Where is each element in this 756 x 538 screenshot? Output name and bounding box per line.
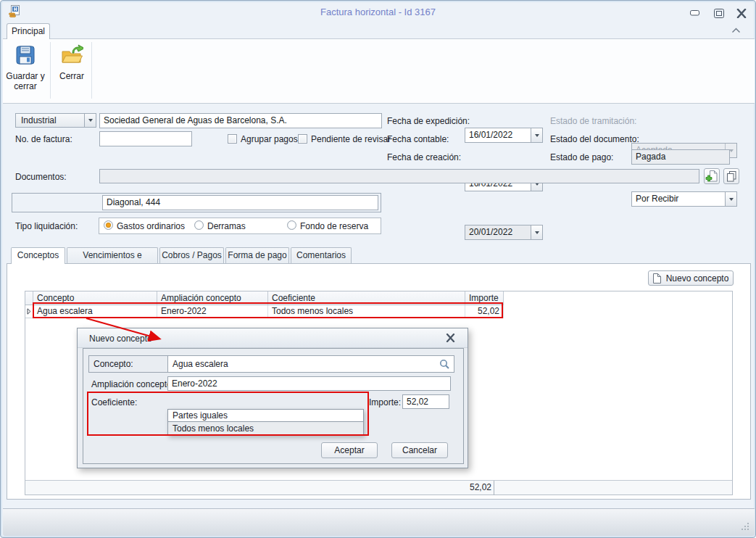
agrupar-pagos-checkbox[interactable]: [228, 134, 237, 144]
ribbon-collapse-chevron-icon[interactable]: [731, 28, 741, 33]
maximize-button[interactable]: [711, 7, 727, 20]
cell-coeficiente[interactable]: Todos menos locales: [268, 305, 465, 318]
summary-importe-total: 52,02: [465, 481, 494, 495]
cell-concepto[interactable]: Agua escalera: [33, 305, 157, 318]
radio-derramas-label: Derramas: [207, 221, 246, 231]
copy-icon: [726, 170, 737, 182]
copy-button[interactable]: [723, 168, 739, 184]
column-header-ampliacion[interactable]: Ampliación concepto: [157, 291, 268, 305]
fecha-creacion-value: 20/01/2022: [469, 227, 512, 237]
tab-conceptos[interactable]: Conceptos: [11, 247, 65, 264]
concepto-lookup[interactable]: Concepto: Agua escalera: [88, 355, 454, 373]
save-and-close-label: Guardar y cerrar: [5, 71, 46, 91]
radio-fondo-reserva[interactable]: [287, 220, 296, 230]
estado-pago-field: Pagada: [631, 149, 730, 165]
tab-vencimientos-importes[interactable]: Vencimientos e importes: [67, 247, 158, 263]
dropdown-button[interactable]: [531, 225, 542, 239]
save-and-close-button[interactable]: Guardar y cerrar: [5, 41, 46, 100]
chevron-down-icon: [88, 119, 93, 122]
concepto-label: Concepto:: [89, 356, 168, 372]
row-indicator-cell: [25, 305, 33, 318]
window-title: Factura horizontal - Id 3167: [1, 7, 755, 17]
radio-gastos-ordinarios[interactable]: [104, 220, 113, 230]
tab-forma-pago[interactable]: Forma de pago: [225, 247, 289, 263]
concepto-value[interactable]: Agua escalera: [173, 356, 228, 372]
cancelar-button[interactable]: Cancelar: [391, 442, 448, 458]
chevron-down-icon: [535, 134, 539, 137]
close-icon: [736, 9, 747, 18]
column-header-concepto[interactable]: Concepto: [33, 291, 157, 305]
estado-pago-label: Estado de pago:: [550, 152, 613, 162]
coeficiente-label: Coeficiente:: [91, 397, 137, 407]
estado-documento-field[interactable]: Por Recibir: [631, 191, 737, 207]
agrupar-pagos-label: Agrupar pagos: [241, 134, 298, 144]
row-indicator-header: [25, 291, 33, 305]
status-bar: [3, 508, 755, 536]
estado-tramitacion-label: Estado de tramitación:: [550, 116, 636, 126]
tipo-proveedor-value: Industrial: [21, 115, 57, 125]
no-factura-label: No. de factura:: [15, 134, 72, 144]
column-header-importe[interactable]: Importe: [465, 291, 504, 305]
save-icon: [14, 44, 37, 67]
maximize-icon: [714, 9, 724, 18]
grid-summary-row: 52,02: [25, 480, 732, 494]
coeficiente-dropdown-list: Partes iguales Todos menos locales: [167, 409, 364, 436]
resize-grip[interactable]: [742, 523, 750, 531]
pendiente-revisar-checkbox[interactable]: [298, 134, 307, 144]
dropdown-button[interactable]: [84, 114, 96, 127]
radio-gastos-ordinarios-label: Gastos ordinarios: [117, 221, 185, 231]
table-row[interactable]: Agua escalera Enero-2022 Todos menos loc…: [25, 305, 732, 318]
cell-ampliacion[interactable]: Enero-2022: [157, 305, 268, 318]
aceptar-button[interactable]: Aceptar: [321, 442, 378, 458]
tipo-proveedor-combo[interactable]: Industrial: [15, 113, 96, 128]
title-bar: Factura horizontal - Id 3167: [1, 1, 755, 22]
add-document-icon: [705, 170, 718, 183]
cerrar-label: Cerrar: [54, 71, 89, 81]
tab-comentarios[interactable]: Comentarios: [291, 247, 352, 263]
dialog-close-button[interactable]: [446, 334, 455, 342]
ribbon-separator: [91, 42, 92, 99]
dropdown-option-todos-menos-locales[interactable]: Todos menos locales: [168, 422, 363, 435]
ribbon-tab-principal[interactable]: Principal: [7, 23, 50, 39]
close-folder-icon: [60, 44, 83, 67]
cerrar-button[interactable]: Cerrar: [54, 41, 89, 100]
grid-header-row: Concepto Ampliación concepto Coeficiente…: [25, 291, 732, 305]
new-document-icon: [653, 273, 661, 284]
dropdown-option-partes-iguales[interactable]: Partes iguales: [168, 410, 363, 422]
ribbon-body: Guardar y cerrar Cerrar: [3, 38, 755, 104]
fecha-contable-label: Fecha contable:: [387, 134, 449, 144]
fecha-creacion-label: Fecha de creación:: [387, 152, 461, 162]
pendiente-revisar-label: Pendiente de revisar: [311, 134, 391, 144]
tab-cobros-pagos[interactable]: Cobros / Pagos: [159, 247, 224, 263]
close-button[interactable]: [734, 7, 749, 20]
dropdown-button[interactable]: [725, 192, 736, 206]
importe-label: Importe:: [369, 397, 401, 407]
dropdown-button[interactable]: [531, 128, 542, 142]
dialog-title: Nuevo concepto: [89, 334, 152, 344]
proveedor-field[interactable]: Sociedad General de Aguas de Barcelona, …: [99, 113, 382, 128]
importe-input[interactable]: 52,02: [402, 394, 449, 409]
documentos-label: Documentos:: [15, 172, 67, 182]
tipo-liquidacion-label: Tipo liquidación:: [15, 221, 78, 231]
nuevo-concepto-button[interactable]: Nuevo concepto: [648, 270, 734, 286]
column-header-coeficiente[interactable]: Coeficiente: [268, 291, 465, 305]
nuevo-concepto-dialog: Nuevo concepto Concepto: Agua escalera A…: [77, 328, 468, 468]
fecha-expedicion-value: 16/01/2022: [469, 130, 512, 140]
search-icon[interactable]: [439, 359, 450, 370]
dialog-title-bar: Nuevo concepto: [78, 328, 468, 348]
cell-importe[interactable]: 52,02: [465, 305, 504, 318]
current-row-arrow-icon: [27, 308, 31, 315]
comunidad-field[interactable]: Diagonal, 444: [102, 195, 378, 210]
add-document-button[interactable]: [704, 168, 720, 184]
minimize-button[interactable]: [686, 7, 702, 20]
fecha-expedicion-field[interactable]: 16/01/2022: [465, 128, 543, 143]
radio-fondo-reserva-label: Fondo de reserva: [300, 221, 368, 231]
fecha-creacion-field[interactable]: 20/01/2022: [465, 225, 543, 240]
no-factura-input[interactable]: [99, 131, 192, 146]
radio-derramas[interactable]: [194, 220, 204, 230]
documentos-field[interactable]: [99, 169, 699, 183]
nuevo-concepto-label: Nuevo concepto: [666, 273, 729, 284]
ampliacion-label: Ampliación concepto:: [91, 379, 174, 389]
estado-documento-value: Por Recibir: [636, 194, 678, 204]
ampliacion-input[interactable]: Enero-2022: [167, 376, 451, 391]
